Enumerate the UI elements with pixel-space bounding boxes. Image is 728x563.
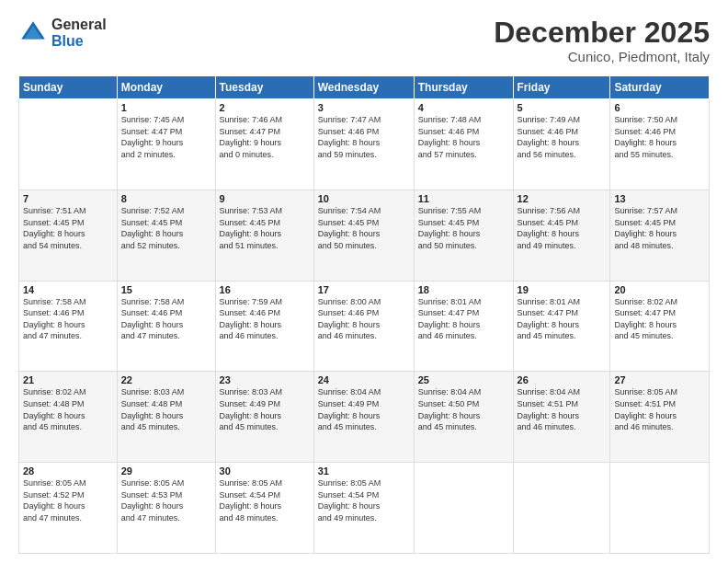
day-number: 25 [418, 374, 509, 385]
day-number: 30 [220, 465, 310, 477]
logo: General Blue [18, 17, 107, 49]
calendar-cell: 3Sunrise: 7:47 AMSunset: 4:46 PMDaylight… [313, 99, 414, 190]
calendar-header-friday: Friday [513, 76, 610, 99]
day-info: Sunrise: 7:54 AMSunset: 4:45 PMDaylight:… [318, 205, 410, 251]
calendar-cell: 1Sunrise: 7:45 AMSunset: 4:47 PMDaylight… [117, 99, 215, 190]
calendar-header-wednesday: Wednesday [313, 76, 414, 99]
logo-blue-text: Blue [51, 33, 107, 50]
day-number: 13 [614, 193, 705, 204]
day-number: 29 [121, 465, 211, 477]
day-number: 23 [220, 374, 310, 385]
day-info: Sunrise: 7:55 AMSunset: 4:45 PMDaylight:… [418, 205, 509, 251]
day-info: Sunrise: 8:05 AMSunset: 4:51 PMDaylight:… [614, 386, 705, 432]
calendar-cell [19, 99, 118, 190]
calendar-cell: 19Sunrise: 8:01 AMSunset: 4:47 PMDayligh… [513, 281, 610, 372]
day-number: 3 [318, 102, 410, 113]
day-info: Sunrise: 8:04 AMSunset: 4:51 PMDaylight:… [518, 386, 607, 432]
calendar-cell: 25Sunrise: 8:04 AMSunset: 4:50 PMDayligh… [414, 372, 513, 463]
logo-icon [18, 18, 48, 48]
calendar-cell: 2Sunrise: 7:46 AMSunset: 4:47 PMDaylight… [215, 99, 313, 190]
day-number: 11 [418, 193, 509, 204]
calendar-week-row: 1Sunrise: 7:45 AMSunset: 4:47 PMDaylight… [19, 99, 710, 190]
day-info: Sunrise: 7:57 AMSunset: 4:45 PMDaylight:… [614, 205, 705, 251]
day-number: 19 [518, 284, 607, 295]
main-title: December 2025 [494, 17, 710, 49]
day-info: Sunrise: 8:03 AMSunset: 4:49 PMDaylight:… [220, 386, 310, 432]
day-info: Sunrise: 8:05 AMSunset: 4:52 PMDaylight:… [23, 477, 113, 523]
calendar-header-monday: Monday [117, 76, 215, 99]
calendar-cell: 4Sunrise: 7:48 AMSunset: 4:46 PMDaylight… [414, 99, 513, 190]
day-info: Sunrise: 7:47 AMSunset: 4:46 PMDaylight:… [318, 114, 410, 160]
day-info: Sunrise: 8:02 AMSunset: 4:47 PMDaylight:… [614, 296, 705, 342]
calendar-cell: 8Sunrise: 7:52 AMSunset: 4:45 PMDaylight… [117, 190, 215, 281]
calendar-week-row: 21Sunrise: 8:02 AMSunset: 4:48 PMDayligh… [19, 372, 710, 463]
calendar-table: SundayMondayTuesdayWednesdayThursdayFrid… [18, 75, 710, 554]
day-number: 1 [121, 102, 211, 113]
calendar-cell: 22Sunrise: 8:03 AMSunset: 4:48 PMDayligh… [117, 372, 215, 463]
day-info: Sunrise: 8:00 AMSunset: 4:46 PMDaylight:… [318, 296, 410, 342]
day-info: Sunrise: 7:49 AMSunset: 4:46 PMDaylight:… [518, 114, 607, 160]
calendar-cell: 10Sunrise: 7:54 AMSunset: 4:45 PMDayligh… [313, 190, 414, 281]
day-number: 24 [318, 374, 410, 385]
calendar-header-row: SundayMondayTuesdayWednesdayThursdayFrid… [19, 76, 710, 99]
day-number: 21 [23, 374, 113, 385]
calendar-header-thursday: Thursday [414, 76, 513, 99]
calendar-cell [513, 463, 610, 554]
day-number: 5 [518, 102, 607, 113]
calendar-week-row: 28Sunrise: 8:05 AMSunset: 4:52 PMDayligh… [19, 463, 710, 554]
calendar-cell [610, 463, 710, 554]
calendar-cell: 15Sunrise: 7:58 AMSunset: 4:46 PMDayligh… [117, 281, 215, 372]
day-number: 17 [318, 284, 410, 295]
calendar-cell: 7Sunrise: 7:51 AMSunset: 4:45 PMDaylight… [19, 190, 118, 281]
calendar-cell: 13Sunrise: 7:57 AMSunset: 4:45 PMDayligh… [610, 190, 710, 281]
calendar-cell: 11Sunrise: 7:55 AMSunset: 4:45 PMDayligh… [414, 190, 513, 281]
day-number: 14 [23, 284, 113, 295]
calendar-cell: 14Sunrise: 7:58 AMSunset: 4:46 PMDayligh… [19, 281, 118, 372]
calendar-cell: 20Sunrise: 8:02 AMSunset: 4:47 PMDayligh… [610, 281, 710, 372]
day-info: Sunrise: 8:01 AMSunset: 4:47 PMDaylight:… [418, 296, 509, 342]
calendar-week-row: 7Sunrise: 7:51 AMSunset: 4:45 PMDaylight… [19, 190, 710, 281]
calendar-header-saturday: Saturday [610, 76, 710, 99]
calendar-cell: 27Sunrise: 8:05 AMSunset: 4:51 PMDayligh… [610, 372, 710, 463]
day-number: 12 [518, 193, 607, 204]
day-info: Sunrise: 7:58 AMSunset: 4:46 PMDaylight:… [23, 296, 113, 342]
calendar-week-row: 14Sunrise: 7:58 AMSunset: 4:46 PMDayligh… [19, 281, 710, 372]
calendar-cell [414, 463, 513, 554]
day-info: Sunrise: 8:04 AMSunset: 4:49 PMDaylight:… [318, 386, 410, 432]
calendar-cell: 6Sunrise: 7:50 AMSunset: 4:46 PMDaylight… [610, 99, 710, 190]
day-info: Sunrise: 7:56 AMSunset: 4:45 PMDaylight:… [518, 205, 607, 251]
day-number: 31 [318, 465, 410, 477]
day-number: 4 [418, 102, 509, 113]
day-number: 16 [220, 284, 310, 295]
calendar-cell: 9Sunrise: 7:53 AMSunset: 4:45 PMDaylight… [215, 190, 313, 281]
calendar-cell: 16Sunrise: 7:59 AMSunset: 4:46 PMDayligh… [215, 281, 313, 372]
day-number: 2 [220, 102, 310, 113]
calendar-cell: 28Sunrise: 8:05 AMSunset: 4:52 PMDayligh… [19, 463, 118, 554]
day-number: 28 [23, 465, 113, 477]
calendar-header-sunday: Sunday [19, 76, 118, 99]
calendar-cell: 30Sunrise: 8:05 AMSunset: 4:54 PMDayligh… [215, 463, 313, 554]
day-info: Sunrise: 7:59 AMSunset: 4:46 PMDaylight:… [220, 296, 310, 342]
day-number: 9 [220, 193, 310, 204]
header: General Blue December 2025 Cunico, Piedm… [18, 17, 710, 64]
day-info: Sunrise: 7:51 AMSunset: 4:45 PMDaylight:… [23, 205, 113, 251]
day-info: Sunrise: 7:52 AMSunset: 4:45 PMDaylight:… [121, 205, 211, 251]
day-number: 7 [23, 193, 113, 204]
day-number: 10 [318, 193, 410, 204]
day-info: Sunrise: 7:46 AMSunset: 4:47 PMDaylight:… [220, 114, 310, 160]
day-info: Sunrise: 8:03 AMSunset: 4:48 PMDaylight:… [121, 386, 211, 432]
day-info: Sunrise: 8:01 AMSunset: 4:47 PMDaylight:… [518, 296, 607, 342]
day-number: 8 [121, 193, 211, 204]
logo-text: General Blue [51, 17, 107, 49]
day-number: 6 [614, 102, 705, 113]
page: General Blue December 2025 Cunico, Piedm… [0, 0, 728, 563]
day-info: Sunrise: 8:02 AMSunset: 4:48 PMDaylight:… [23, 386, 113, 432]
calendar-cell: 21Sunrise: 8:02 AMSunset: 4:48 PMDayligh… [19, 372, 118, 463]
calendar-cell: 24Sunrise: 8:04 AMSunset: 4:49 PMDayligh… [313, 372, 414, 463]
day-info: Sunrise: 7:48 AMSunset: 4:46 PMDaylight:… [418, 114, 509, 160]
day-info: Sunrise: 8:05 AMSunset: 4:54 PMDaylight:… [318, 477, 410, 523]
calendar-cell: 18Sunrise: 8:01 AMSunset: 4:47 PMDayligh… [414, 281, 513, 372]
day-info: Sunrise: 7:58 AMSunset: 4:46 PMDaylight:… [121, 296, 211, 342]
day-info: Sunrise: 8:05 AMSunset: 4:54 PMDaylight:… [220, 477, 310, 523]
calendar-cell: 26Sunrise: 8:04 AMSunset: 4:51 PMDayligh… [513, 372, 610, 463]
